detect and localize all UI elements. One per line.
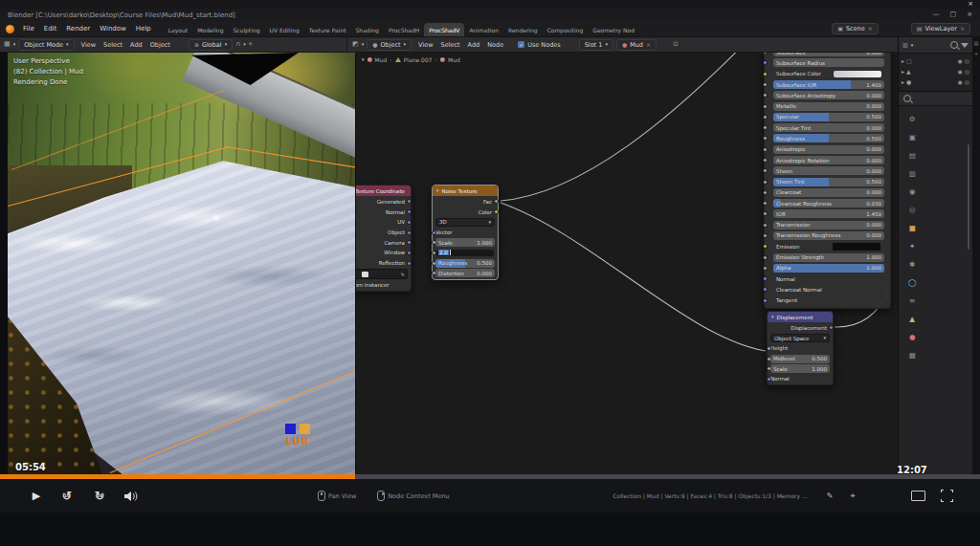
properties-tab[interactable]: ✱ [909,261,915,269]
normal-input-row[interactable]: Normal [770,375,830,384]
principled-input-row[interactable]: Subsurface Anisotropy 0.000 [773,91,884,99]
properties-tab[interactable]: ■ [909,225,916,232]
node-output-row[interactable]: Color [435,207,495,217]
properties-tab[interactable]: ▣ [909,134,916,142]
input-socket[interactable] [763,93,768,98]
scale-input-row[interactable]: Scale 1.000 [770,364,830,374]
shader-node-editor[interactable]: ▾ Mud › Plane.007 › Mud ▾ Texture Coordi… [355,53,899,474]
maximize-icon[interactable]: □ [950,11,957,18]
search-icon[interactable] [950,41,958,49]
from-instancer-row[interactable]: From Instancer [355,280,408,290]
value-slider[interactable]: Subsurface Radius [773,58,884,67]
workspace-tab[interactable]: ProcShadV [424,23,464,36]
principled-input-row[interactable]: Anisotropic Rotation 0.000 [773,156,884,164]
properties-tab[interactable]: ⚙ [909,116,916,123]
filter-icon[interactable] [961,43,969,48]
value-slider[interactable]: Clearcoat Normal [773,285,884,294]
output-socket[interactable] [407,251,412,255]
material-selector[interactable]: ● Mud × [616,39,657,51]
viewlayer-selector[interactable]: ▤ ViewLayer × [911,23,970,34]
workspace-tab[interactable]: Rendering [503,23,543,36]
value-slider[interactable]: Emission Strength 1.000 [773,253,884,262]
shader-type-dropdown[interactable]: ● Object ▾ [367,39,412,51]
editor-type-icon[interactable]: ◩ [352,41,359,48]
principled-input-row[interactable]: Transmission Roughness 0.000 [773,231,884,240]
value-slider[interactable]: Transmission 0.000 [773,221,884,229]
menu-item[interactable]: Add [126,41,146,49]
value-slider[interactable]: Subsurface 0.000 [773,53,884,56]
value-slider[interactable]: IOR 1.450 [773,209,884,218]
noise-texture-node[interactable]: ▾ Noise Texture Fac Color 3D ▾ Vector [432,185,499,280]
menu-item[interactable]: Window [95,23,131,34]
output-socket[interactable] [494,209,499,214]
menu-item[interactable]: Object [146,41,174,49]
workspace-tab[interactable]: Animation [464,23,503,36]
input-socket[interactable] [763,233,768,238]
workspace-tab[interactable]: Compositing [543,23,589,36]
principled-input-row[interactable]: Roughness 0.500 [773,134,884,142]
eye-icon[interactable]: ◉ [958,58,963,64]
midlevel-slider[interactable]: Midlevel 0.500 [770,355,830,363]
principled-input-row[interactable]: Metallic 0.000 [773,101,884,110]
scale-slider[interactable]: Scale 1.000 [770,364,830,373]
properties-tab[interactable]: ▦ [909,352,916,360]
input-socket[interactable] [763,125,768,130]
volume-button[interactable] [121,479,142,513]
node-output-row[interactable]: Fac [435,197,495,207]
outliner[interactable]: ▸ □ ◉ ◎ ▸ ▲ ◉ ◎ ▸ ● ◉ ◎ [899,54,972,92]
expand-icon[interactable]: ▸ [902,58,904,64]
properties-tab[interactable]: ◎ [909,207,916,214]
menu-item[interactable]: Add [464,41,484,49]
input-socket[interactable] [763,104,768,109]
skip-back-button[interactable]: ↺10 [57,479,77,513]
value-slider[interactable]: Normal [773,274,884,283]
theater-mode-button[interactable] [909,479,926,513]
output-socket[interactable] [407,220,412,225]
node-output-row[interactable]: Displacement [770,323,830,333]
input-socket[interactable] [763,287,768,292]
properties-tab[interactable]: ▥ [909,170,916,178]
eye-icon[interactable]: ◉ [958,69,963,75]
outliner-row[interactable]: ▸ ▲ ◉ ◎ [902,66,969,76]
output-socket[interactable] [407,261,412,266]
workspace-tab[interactable]: ProcShadH [384,23,424,36]
properties-tab[interactable]: ▲ [909,316,915,323]
layers-icon[interactable]: ▤ [974,41,979,46]
input-socket[interactable] [763,72,768,76]
value-slider[interactable]: Metallic 0.000 [773,102,884,111]
input-socket[interactable] [763,211,768,216]
space-dropdown[interactable]: Object Space ▾ [770,334,830,342]
workspace-tab[interactable]: Shading [351,23,384,36]
principled-input-row[interactable]: Sheen Tint 0.500 [773,177,884,186]
camera-icon[interactable]: ◎ [965,69,969,75]
camera-icon[interactable]: ◎ [965,58,969,64]
principled-input-row[interactable]: IOR 1.450 [773,209,884,218]
properties-tab[interactable]: ✦ [909,243,915,251]
workspace-tab[interactable]: Geometry Nod [588,23,639,36]
input-socket[interactable] [763,244,768,249]
properties-tab[interactable]: ◉ [909,188,916,196]
value-slider[interactable]: Roughness 0.500 [773,134,884,142]
input-socket[interactable] [432,251,436,255]
workspace-tab[interactable]: UV Editing [265,23,304,36]
input-socket[interactable] [763,136,768,141]
value-slider[interactable]: Emission [773,242,884,251]
properties-tab[interactable]: ▤ [909,152,916,160]
node-header[interactable]: ▾ Noise Texture [433,186,498,196]
value-slider[interactable]: Tangent [773,296,884,305]
vector-input-row[interactable]: Vector [435,228,495,237]
skip-forward-button[interactable]: ↻10 [90,479,109,513]
menu-item[interactable]: Help [131,23,156,34]
principled-bsdf-node[interactable]: Subsurface 0.000 Subsurface Radius [764,53,891,309]
texture-coordinate-node[interactable]: ▾ Texture Coordinate Generated Normal [355,185,412,292]
input-socket[interactable] [767,377,771,382]
value-slider[interactable]: Subsurface Color [773,70,884,78]
roughness-input-row[interactable]: Roughness 0.500 [435,258,495,268]
input-socket[interactable] [763,255,768,260]
node-header[interactable]: ▾ Texture Coordinate [355,186,411,196]
principled-input-row[interactable]: Clearcoat Roughness 0.030 [773,199,884,207]
value-slider[interactable]: Subsurface Anisotropy 0.000 [773,91,884,99]
input-socket[interactable] [763,223,768,228]
node-output-row[interactable]: Window [355,249,408,258]
value-slider[interactable]: Anisotropic 0.000 [773,145,884,154]
